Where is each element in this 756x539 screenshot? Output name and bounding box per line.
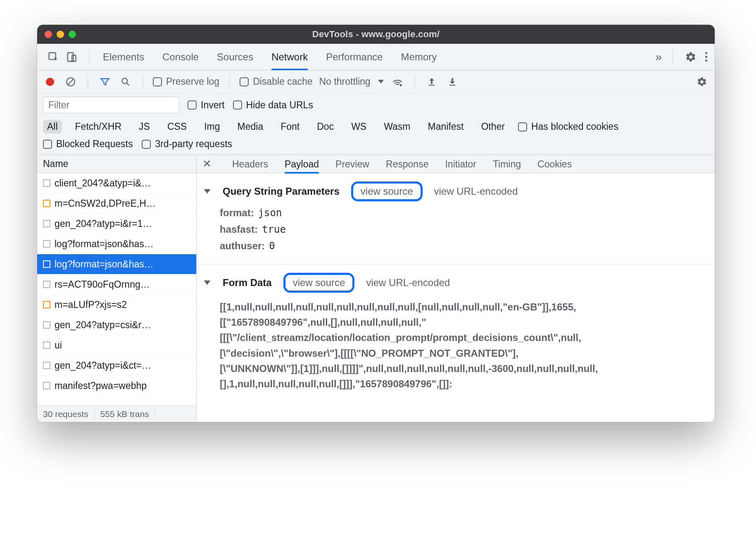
request-row[interactable]: log?format=json&has…: [37, 234, 196, 254]
svg-point-7: [399, 84, 402, 86]
tab-elements[interactable]: Elements: [103, 44, 144, 70]
svg-rect-2: [72, 55, 76, 61]
filter-input[interactable]: [43, 97, 179, 113]
request-row[interactable]: gen_204?atyp=i&r=1…: [37, 214, 196, 234]
request-name: log?format=json&has…: [55, 259, 154, 270]
document-file-icon: [43, 220, 50, 227]
more-menu-icon[interactable]: [705, 52, 707, 62]
detail-tab-timing[interactable]: Timing: [493, 155, 521, 173]
view-source-button[interactable]: view source: [351, 181, 423, 201]
hide-data-urls-checkbox[interactable]: Hide data URLs: [233, 100, 313, 111]
document-file-icon: [43, 321, 50, 329]
filter-type-img[interactable]: Img: [200, 120, 224, 134]
tab-performance[interactable]: Performance: [326, 44, 383, 70]
document-file-icon: [43, 240, 50, 248]
throttling-select[interactable]: No throttling: [319, 76, 384, 87]
filter-type-other[interactable]: Other: [477, 120, 509, 134]
svg-line-4: [67, 79, 74, 85]
script-file-icon: [43, 200, 50, 207]
throttling-value: No throttling: [319, 76, 371, 87]
search-icon[interactable]: [119, 75, 133, 89]
svg-rect-1: [68, 52, 74, 61]
clear-icon[interactable]: [64, 75, 78, 89]
titlebar: DevTools - www.google.com/: [37, 25, 715, 44]
document-file-icon: [43, 382, 50, 389]
request-name: m=aLUfP?xjs=s2: [55, 299, 127, 310]
filter-type-css[interactable]: CSS: [163, 120, 191, 134]
detail-tab-headers[interactable]: Headers: [232, 155, 268, 173]
filter-type-font[interactable]: Font: [276, 120, 304, 134]
detail-tab-response[interactable]: Response: [386, 155, 429, 173]
section-title-query: Query String Parameters: [223, 186, 340, 197]
disclosure-triangle-icon[interactable]: [204, 189, 211, 194]
filter-type-manifest[interactable]: Manifest: [424, 120, 468, 134]
record-button[interactable]: [43, 75, 57, 89]
filter-type-ws[interactable]: WS: [347, 120, 371, 134]
request-row[interactable]: ui: [37, 335, 196, 355]
network-conditions-icon[interactable]: [390, 75, 404, 89]
request-row[interactable]: rs=ACT90oFqOrnng…: [37, 274, 196, 295]
device-toolbar-icon[interactable]: [64, 50, 78, 64]
close-icon[interactable]: ✕: [202, 157, 212, 170]
invert-checkbox[interactable]: Invert: [188, 100, 225, 111]
request-row[interactable]: gen_204?atyp=csi&r…: [37, 315, 196, 335]
column-header-name[interactable]: Name: [37, 155, 196, 173]
filter-type-js[interactable]: JS: [135, 120, 154, 134]
filter-type-wasm[interactable]: Wasm: [380, 120, 414, 134]
upload-har-icon[interactable]: [425, 75, 439, 89]
request-name: log?format=json&has…: [55, 238, 154, 250]
download-har-icon[interactable]: [445, 75, 459, 89]
tab-console[interactable]: Console: [162, 44, 199, 70]
settings-icon[interactable]: [684, 50, 698, 64]
status-count: 30 requests: [37, 409, 95, 419]
tab-network[interactable]: Network: [271, 44, 308, 70]
request-row[interactable]: manifest?pwa=webhp: [37, 376, 196, 396]
filter-type-media[interactable]: Media: [233, 120, 268, 134]
request-row[interactable]: gen_204?atyp=i&ct=…: [37, 355, 196, 376]
detail-tab-preview[interactable]: Preview: [335, 155, 369, 173]
filter-type-fetchxhr[interactable]: Fetch/XHR: [71, 120, 126, 134]
status-bar: 30 requests 555 kB trans: [37, 405, 196, 422]
request-list-pane: Name client_204?&atyp=i&…m=CnSW2d,DPreE,…: [37, 155, 197, 422]
view-url-encoded-button[interactable]: view URL-encoded: [434, 186, 518, 197]
tab-memory[interactable]: Memory: [401, 44, 437, 70]
inspect-element-icon[interactable]: [46, 50, 60, 64]
request-row[interactable]: m=CnSW2d,DPreE,H…: [37, 193, 196, 214]
request-name: gen_204?atyp=csi&r…: [55, 320, 151, 331]
disclosure-triangle-icon[interactable]: [204, 281, 211, 285]
filter-icon[interactable]: [98, 75, 112, 89]
request-row[interactable]: log?format=json&has…: [37, 254, 196, 274]
svg-rect-8: [429, 85, 435, 86]
request-row[interactable]: client_204?&atyp=i&…: [37, 173, 196, 193]
section-title-form: Form Data: [223, 277, 272, 289]
request-name: ui: [55, 340, 62, 351]
filter-type-doc[interactable]: Doc: [313, 120, 338, 134]
network-settings-icon[interactable]: [695, 75, 709, 89]
detail-pane: ✕ HeadersPayloadPreviewResponseInitiator…: [197, 155, 715, 422]
detail-tab-initiator[interactable]: Initiator: [445, 155, 476, 173]
chevron-down-icon: [378, 80, 384, 83]
svg-rect-9: [449, 85, 455, 86]
third-party-checkbox[interactable]: 3rd-party requests: [142, 138, 232, 150]
detail-tab-payload[interactable]: Payload: [285, 155, 319, 173]
filter-type-all[interactable]: All: [43, 120, 62, 134]
param-value: true: [262, 224, 286, 235]
disable-cache-checkbox[interactable]: Disable cache: [240, 76, 312, 87]
blocked-requests-checkbox[interactable]: Blocked Requests: [43, 138, 133, 150]
tabs-overflow-icon[interactable]: »: [655, 50, 662, 64]
view-source-button[interactable]: view source: [283, 273, 355, 293]
detail-tab-bar: ✕ HeadersPayloadPreviewResponseInitiator…: [197, 155, 715, 173]
form-data-section: Form Data view source view URL-encoded […: [205, 270, 706, 396]
filter-panel: Invert Hide data URLs AllFetch/XHRJSCSSI…: [37, 93, 715, 155]
third-party-label: 3rd-party requests: [155, 138, 232, 150]
detail-tab-cookies[interactable]: Cookies: [537, 155, 572, 173]
tab-sources[interactable]: Sources: [217, 44, 253, 70]
has-blocked-cookies-checkbox[interactable]: Has blocked cookies: [518, 121, 618, 132]
request-name: gen_204?atyp=i&ct=…: [55, 360, 151, 371]
preserve-log-checkbox[interactable]: Preserve log: [153, 76, 219, 87]
request-row[interactable]: m=aLUfP?xjs=s2: [37, 295, 196, 315]
form-data-line: [\"decision\",\"browser\"],[[[[\"NO_PROM…: [220, 346, 706, 361]
param-key: hasfast:: [220, 224, 258, 235]
view-url-encoded-button[interactable]: view URL-encoded: [366, 277, 450, 289]
query-param-row: hasfast: true: [220, 221, 706, 238]
